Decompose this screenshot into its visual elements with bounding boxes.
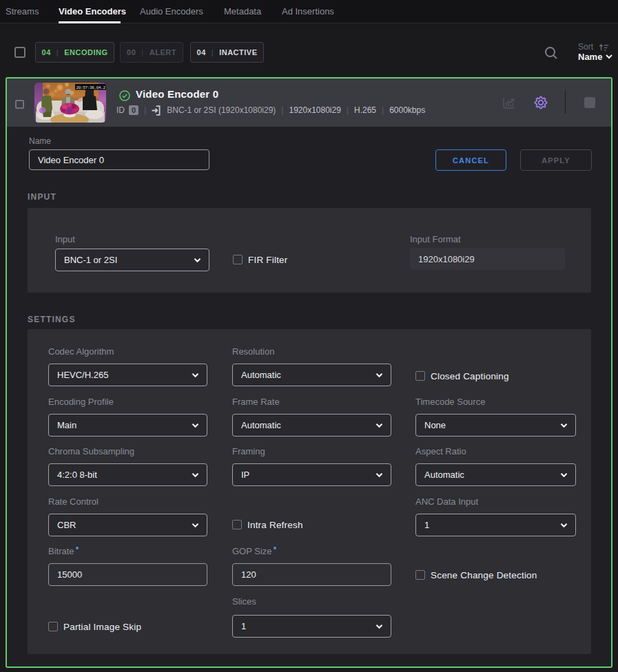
svg-text:20:57:36.04.2: 20:57:36.04.2 xyxy=(76,85,106,90)
